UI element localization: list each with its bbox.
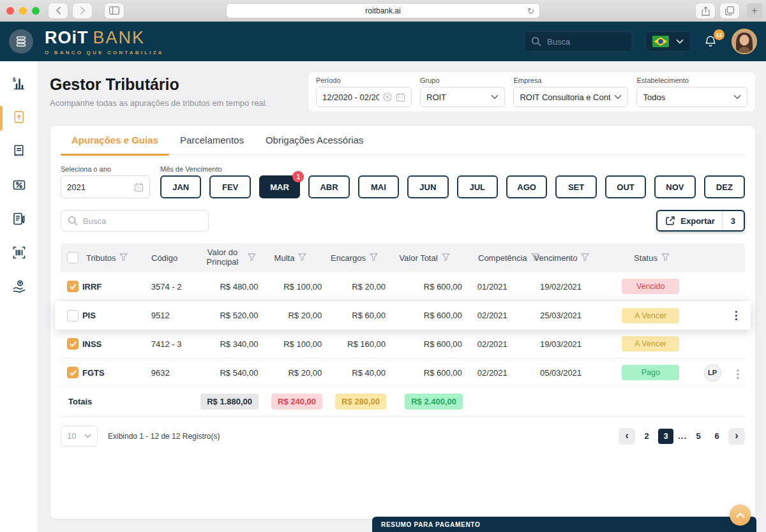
filter-funnel-icon[interactable] — [661, 253, 670, 261]
year-input[interactable]: 2021 — [61, 175, 150, 198]
tab-obriga-es-acess-rias[interactable]: Obrigações Acessórias — [255, 135, 374, 154]
filter-funnel-icon[interactable] — [581, 253, 589, 261]
filter-funnel-icon[interactable] — [119, 253, 128, 263]
sidebar-item-payments[interactable] — [0, 270, 38, 304]
filter-funnel-icon[interactable] — [442, 253, 450, 261]
month-button-set[interactable]: SET — [555, 175, 596, 198]
tab-apura-es-e-guias[interactable]: Apurações e Guias — [61, 135, 169, 154]
main-menu-button[interactable] — [9, 29, 33, 54]
filter-funnel-icon[interactable] — [248, 253, 256, 261]
back-button[interactable] — [49, 3, 68, 18]
page-button-3[interactable]: 3 — [658, 429, 673, 444]
month-button-out[interactable]: OUT — [605, 175, 646, 198]
address-bar[interactable]: roitbank.ai ↻ — [227, 4, 539, 18]
brand-logo[interactable]: ROiT BANK O BANCO QUE CONTABILIZA — [45, 28, 164, 55]
clear-icon[interactable] — [383, 92, 392, 101]
year-filter-label: Seleciona o ano — [61, 165, 150, 173]
table-row-fgts[interactable]: FGTS9632R$ 540,00R$ 20,00R$ 40,00R$ 600,… — [61, 358, 745, 387]
page-button-5[interactable]: 5 — [691, 429, 705, 444]
sidebar-item-analytics[interactable]: $ — [0, 68, 38, 101]
language-selector[interactable] — [645, 31, 691, 52]
tab-parcelamentos[interactable]: Parcelamentos — [169, 135, 255, 154]
row-checkbox[interactable] — [67, 281, 79, 292]
reload-icon[interactable]: ↻ — [527, 6, 534, 16]
filter-label: Período — [316, 77, 412, 84]
month-button-abr[interactable]: ABR — [308, 175, 349, 198]
month-button-ago[interactable]: AGO — [506, 175, 547, 198]
column-header-compet-ncia[interactable]: Competência — [463, 253, 519, 263]
column-label: Valor do Principal — [202, 248, 244, 267]
tab-overview-button[interactable] — [720, 3, 739, 18]
share-button[interactable] — [696, 3, 715, 18]
sidebar-item-barcode[interactable] — [0, 237, 38, 270]
filter-funnel-icon[interactable] — [661, 253, 670, 263]
month-button-dez[interactable]: DEZ — [704, 175, 745, 198]
sidebar-toggle-button[interactable] — [105, 3, 124, 18]
table-row-pis[interactable]: PIS9512R$ 520,00R$ 20,00R$ 60,00R$ 600,0… — [55, 301, 751, 330]
sidebar-item-receipts[interactable] — [0, 135, 38, 169]
filter-funnel-icon[interactable] — [581, 253, 589, 263]
payment-summary-bar[interactable]: RESUMO PARA PAGAMENTO — [372, 517, 756, 532]
filter-funnel-icon[interactable] — [119, 253, 128, 261]
table-row-inss[interactable]: INSS7412 - 3R$ 340,00R$ 100,00R$ 160,00R… — [61, 330, 745, 358]
column-header-c-digo[interactable]: Código — [142, 253, 199, 263]
notifications-button[interactable]: 12 — [703, 34, 719, 49]
sidebar-item-contracts[interactable] — [0, 203, 38, 237]
month-button-jan[interactable]: JAN — [160, 175, 201, 198]
forward-button[interactable] — [73, 3, 92, 18]
export-label: Exportar — [680, 216, 714, 226]
cell-competencia: 02/2021 — [462, 368, 518, 378]
row-menu-button[interactable]: ⋮ — [731, 310, 742, 321]
cell-tributo: INSS — [82, 339, 142, 349]
table-search[interactable] — [61, 210, 209, 232]
zoom-window-button[interactable] — [32, 7, 40, 15]
sidebar-item-tax-percent[interactable] — [0, 169, 38, 203]
column-header-encargos[interactable]: Encargos — [322, 253, 386, 263]
month-button-mar[interactable]: MAR1 — [259, 175, 300, 198]
clear-icon[interactable] — [383, 92, 392, 101]
filter-select[interactable]: Todos — [636, 87, 747, 107]
header-search[interactable] — [524, 31, 633, 52]
minimize-window-button[interactable] — [19, 7, 27, 15]
sidebar-item-tax-manager[interactable] — [0, 101, 38, 135]
row-checkbox[interactable] — [67, 367, 79, 378]
filter-funnel-icon[interactable] — [298, 253, 306, 261]
filter-select[interactable]: ROIT Consultoria e Contabili... — [513, 87, 628, 107]
header-search-input[interactable] — [547, 37, 617, 47]
filter-funnel-icon[interactable] — [248, 253, 256, 263]
row-checkbox[interactable] — [67, 310, 79, 321]
row-checkbox[interactable] — [67, 338, 79, 350]
filter-funnel-icon[interactable] — [370, 253, 378, 261]
select-all-checkbox[interactable] — [67, 252, 79, 263]
lp-tag-badge[interactable]: LP — [704, 364, 721, 381]
column-header-multa[interactable]: Multa — [259, 253, 322, 263]
filter-select[interactable]: ROIT — [420, 87, 505, 107]
table-search-input[interactable] — [83, 216, 192, 226]
page-size-select[interactable]: 10 — [61, 425, 98, 447]
previous-page-button[interactable]: ‹ — [619, 428, 635, 445]
next-page-button[interactable]: › — [728, 428, 745, 445]
export-button[interactable]: Exportar 3 — [656, 210, 745, 232]
month-button-mai[interactable]: MAI — [358, 175, 399, 198]
column-header-tributos[interactable]: Tributos — [82, 253, 142, 263]
column-header-valor-do-principal[interactable]: Valor do Principal — [199, 248, 259, 267]
expand-summary-button[interactable] — [730, 505, 751, 526]
filter-daterange-input[interactable]: 12/2020 - 02/2021 — [316, 87, 412, 107]
column-header-vencimento[interactable]: Vencimento — [519, 253, 605, 263]
close-window-button[interactable] — [6, 7, 14, 15]
filter-funnel-icon[interactable] — [442, 253, 450, 263]
table-row-irrf[interactable]: IRRF3574 - 2R$ 480,00R$ 100,00R$ 20,00R$… — [61, 272, 745, 301]
month-button-nov[interactable]: NOV — [654, 175, 695, 198]
page-button-2[interactable]: 2 — [640, 429, 654, 444]
row-menu-button[interactable]: ⋮ — [732, 369, 740, 376]
user-avatar[interactable] — [732, 29, 757, 54]
column-header-status[interactable]: Status — [605, 253, 699, 263]
page-button-6[interactable]: 6 — [710, 429, 724, 444]
new-tab-button[interactable]: + — [747, 3, 762, 18]
filter-funnel-icon[interactable] — [370, 253, 378, 263]
month-button-jul[interactable]: JUL — [457, 175, 498, 198]
month-button-jun[interactable]: JUN — [407, 175, 448, 198]
column-header-valor-total[interactable]: Valor Total — [386, 253, 463, 263]
filter-funnel-icon[interactable] — [298, 253, 306, 263]
month-button-fev[interactable]: FEV — [209, 175, 250, 198]
